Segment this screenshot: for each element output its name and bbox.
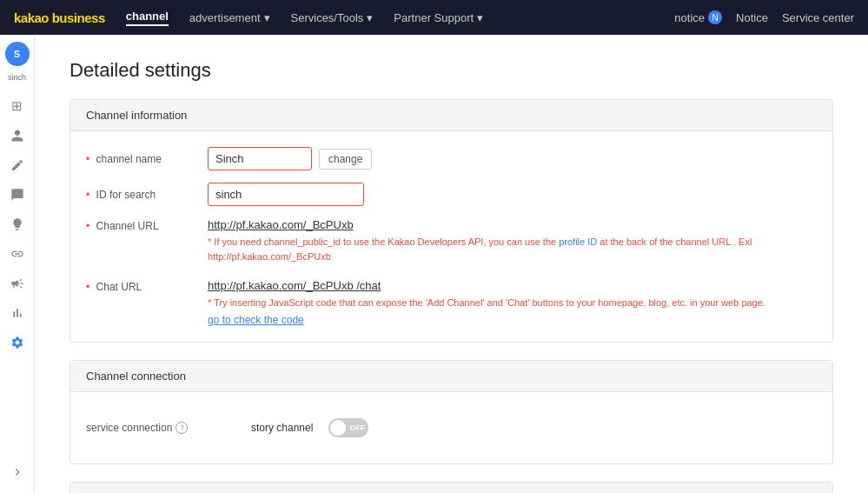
sidebar-item-chat[interactable]: [3, 181, 31, 209]
avatar: S: [5, 42, 30, 66]
chat-url-row: • Chat URL http://pf.kakao.com/_BcPUxb /…: [86, 279, 817, 326]
channel-name-input-group: change: [208, 147, 372, 170]
chevron-down-icon: ▾: [367, 11, 373, 24]
id-search-row: • ID for search: [86, 183, 817, 206]
sidebar: S sinch ⊞: [0, 35, 35, 493]
chat-url-content: • Chat URL http://pf.kakao.com/_BcPUxb /…: [86, 279, 817, 326]
nav-right: notice N Notice Service center: [674, 10, 854, 24]
sidebar-item-chart[interactable]: [3, 299, 31, 327]
channel-connection-body: service connection ? story channel OFF: [70, 392, 832, 463]
nav-services-tools[interactable]: Services/Tools ▾: [291, 11, 374, 24]
service-center-link[interactable]: Service center: [782, 11, 854, 24]
sidebar-item-megaphone[interactable]: [3, 270, 31, 297]
sidebar-item-edit[interactable]: [3, 151, 31, 179]
app-layout: S sinch ⊞: [0, 35, 868, 493]
page-title: Detailed settings: [70, 59, 833, 82]
channel-connection-header: Channel connection: [70, 361, 832, 392]
id-search-input[interactable]: [208, 183, 364, 206]
story-channel-toggle[interactable]: OFF: [328, 418, 368, 437]
sidebar-item-bulb[interactable]: [3, 210, 31, 238]
profile-id-link[interactable]: profile ID: [559, 237, 597, 247]
chevron-down-icon: ▾: [264, 11, 270, 24]
id-search-input-group: [208, 183, 364, 206]
top-nav: kakao business channel advertisement ▾ S…: [0, 0, 868, 35]
arrow-right-icon[interactable]: [3, 458, 31, 486]
chat-url-note: * Try inserting JavaScript code that can…: [208, 296, 765, 310]
chat-url-value[interactable]: http://pf.kakao.com/_BcPUxb /chat: [208, 279, 765, 292]
chat-url-label: • Chat URL: [86, 279, 208, 293]
help-icon[interactable]: ?: [176, 422, 188, 434]
main-content: Detailed settings Channel information • …: [35, 35, 868, 493]
channel-info-section: Channel information • channel name chang…: [70, 99, 833, 343]
notice-badge: N: [708, 10, 722, 24]
nav-channel[interactable]: channel: [126, 10, 169, 26]
story-channel-label: story channel: [251, 422, 313, 434]
channel-url-label: • Channel URL: [86, 218, 208, 232]
notice-label: notice: [674, 11, 705, 24]
request-affiliation-section: request for affiliation request for affi…: [70, 482, 833, 494]
check-code-link[interactable]: go to check the code: [208, 314, 765, 326]
sidebar-username: sinch: [8, 73, 26, 82]
notice-link[interactable]: Notice: [736, 11, 768, 24]
channel-info-header: Channel information: [70, 100, 832, 131]
sidebar-item-person[interactable]: [3, 122, 31, 150]
nav-advertisement[interactable]: advertisement ▾: [189, 11, 270, 24]
nav-left: kakao business channel advertisement ▾ S…: [14, 10, 483, 26]
channel-name-row: • channel name change: [86, 147, 817, 170]
service-connection-row: service connection ? story channel OFF: [86, 408, 817, 448]
channel-name-input[interactable]: [208, 147, 312, 170]
channel-url-row: • Channel URL http://pf.kakao.com/_BcPUx…: [86, 218, 817, 263]
id-search-label: • ID for search: [86, 189, 208, 201]
sidebar-bottom: [3, 458, 31, 486]
nav-partner-support[interactable]: Partner Support ▾: [394, 11, 483, 24]
request-affiliation-header: request for affiliation: [70, 483, 832, 494]
channel-info-body: • channel name change • ID for search: [70, 131, 832, 342]
toggle-off-label: OFF: [349, 423, 365, 432]
channel-connection-section: Channel connection service connection ? …: [70, 360, 833, 464]
channel-url-note: * If you need channel_public_id to use t…: [208, 235, 817, 263]
notice-button[interactable]: notice N: [674, 10, 722, 24]
channel-name-label: • channel name: [86, 153, 208, 165]
chevron-down-icon: ▾: [477, 11, 483, 24]
channel-url-value[interactable]: http://pf.kakao.com/_BcPUxb: [208, 218, 817, 231]
sidebar-item-settings[interactable]: [3, 329, 31, 356]
channel-url-content: • Channel URL http://pf.kakao.com/_BcPUx…: [86, 218, 817, 263]
sidebar-item-grid[interactable]: ⊞: [3, 92, 31, 120]
service-connection-label: service connection ?: [86, 422, 242, 434]
brand-logo: kakao business: [14, 10, 105, 25]
sidebar-item-link[interactable]: [3, 240, 31, 268]
change-button[interactable]: change: [319, 149, 372, 170]
